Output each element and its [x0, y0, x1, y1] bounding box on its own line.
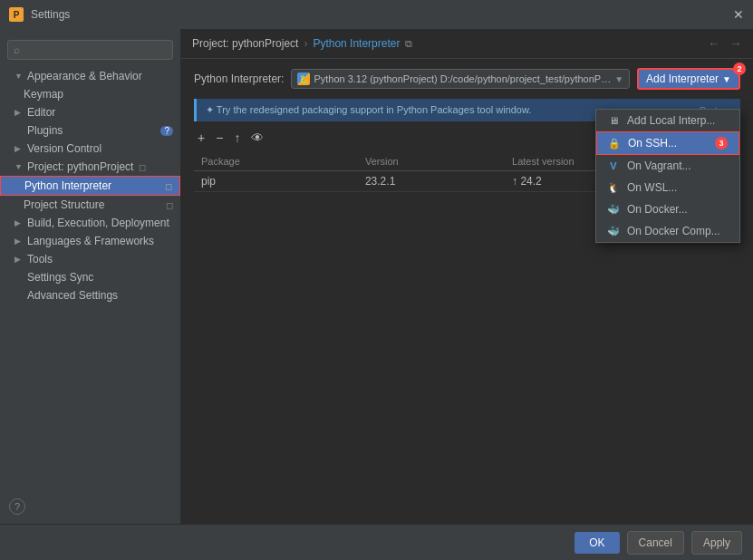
col-package: Package [194, 152, 358, 171]
content-area: Project: pythonProject › Python Interpre… [181, 29, 753, 524]
dropdown-item-add-local[interactable]: 🖥 Add Local Interp... [596, 110, 739, 131]
bottom-bar: OK Cancel Apply [0, 524, 753, 560]
expand-arrow: ▶ [14, 255, 24, 264]
sidebar-item-label: Tools [27, 253, 53, 266]
sidebar-item-label: Languages & Frameworks [27, 235, 154, 247]
nav-forward-button[interactable]: → [729, 36, 742, 51]
expand-arrow: ▶ [14, 237, 24, 246]
sidebar: ⌕ ▼ Appearance & Behavior Keymap ▶ Edito… [0, 29, 181, 524]
vagrant-icon: V [607, 159, 620, 172]
step-badge-3: 3 [715, 137, 728, 150]
ok-button[interactable]: OK [574, 532, 619, 554]
docker-comp-icon: 🐳 [607, 225, 620, 237]
app-icon: P [9, 7, 24, 22]
sidebar-item-editor[interactable]: ▶ Editor [0, 103, 180, 121]
interpreter-select[interactable]: 🐍 Python 3.12 (pythonProject) D:/code/py… [291, 69, 630, 89]
sidebar-item-label: Python Interpreter [24, 179, 111, 192]
close-button[interactable]: ✕ [733, 7, 744, 22]
dropdown-item-on-docker-comp[interactable]: 🐳 On Docker Comp... [596, 220, 739, 242]
sidebar-search-box[interactable]: ⌕ [7, 40, 173, 60]
sidebar-item-python-interpreter[interactable]: Python Interpreter ◻ [0, 176, 180, 196]
plugins-badge: ? [160, 126, 173, 136]
sidebar-item-tools[interactable]: ▶ Tools [0, 250, 180, 268]
dropdown-item-on-docker[interactable]: 🐳 On Docker... [596, 198, 739, 220]
sidebar-item-label: Keymap [24, 88, 63, 101]
sidebar-item-appearance[interactable]: ▼ Appearance & Behavior [0, 67, 180, 85]
dropdown-item-on-ssh[interactable]: 🔒 On SSH... 3 [596, 131, 739, 155]
titlebar-left: P Settings [9, 7, 70, 22]
dropdown-item-label: Add Local Interp... [627, 114, 715, 127]
step-badge-2: 2 [733, 63, 746, 75]
project-icon: ◻ [139, 162, 146, 172]
dropdown-item-label: On SSH... [628, 137, 677, 150]
package-version: 23.2.1 [358, 171, 505, 192]
wsl-icon: 🐧 [607, 181, 620, 194]
expand-arrow: ▼ [14, 72, 24, 81]
interpreter-dropdown-arrow: ▼ [614, 74, 623, 84]
expand-arrow: ▶ [14, 218, 24, 227]
show-details-button[interactable]: 👁 [247, 129, 267, 147]
remove-package-button[interactable]: − [212, 129, 227, 147]
sidebar-item-languages[interactable]: ▶ Languages & Frameworks [0, 232, 180, 250]
add-package-button[interactable]: + [194, 129, 208, 147]
sidebar-item-build[interactable]: ▶ Build, Execution, Deployment [0, 214, 180, 232]
python-icon: 🐍 [297, 72, 310, 85]
expand-arrow: ▼ [14, 162, 24, 171]
dropdown-item-label: On Docker... [627, 203, 688, 216]
sidebar-item-label: Plugins [27, 124, 63, 137]
sidebar-item-label: Settings Sync [27, 271, 93, 284]
expand-arrow: ▶ [14, 144, 24, 153]
cancel-button[interactable]: Cancel [627, 531, 684, 555]
nav-back-button[interactable]: ← [708, 36, 720, 51]
interpreter-label: Python Interpreter: [194, 72, 284, 85]
breadcrumb-icon: ⧉ [405, 38, 412, 50]
chevron-down-icon: ▼ [722, 74, 731, 84]
dropdown-item-label: On Docker Comp... [627, 225, 720, 237]
ssh-icon: 🔒 [608, 137, 621, 150]
dropdown-item-label: On Vagrant... [627, 159, 690, 172]
breadcrumb: Project: pythonProject › Python Interpre… [181, 29, 753, 59]
sidebar-item-keymap[interactable]: Keymap [0, 85, 180, 103]
breadcrumb-current: Python Interpreter [313, 37, 400, 50]
sidebar-item-settings-sync[interactable]: ▶ Settings Sync [0, 268, 180, 286]
sidebar-item-label: Version Control [27, 142, 101, 155]
titlebar: P Settings ✕ [0, 0, 753, 29]
sidebar-item-plugins[interactable]: ▶ Plugins ? [0, 121, 180, 140]
sidebar-item-label: Appearance & Behavior [27, 70, 142, 82]
local-icon: 🖥 [607, 114, 620, 127]
search-icon: ⌕ [14, 43, 20, 56]
expand-arrow: ▶ [14, 108, 24, 117]
sidebar-item-label: Build, Execution, Deployment [27, 217, 169, 229]
add-interpreter-label: Add Interpreter [646, 72, 719, 85]
search-input[interactable] [24, 43, 167, 56]
sidebar-item-label: Project: pythonProject [27, 160, 133, 173]
breadcrumb-project: Project: pythonProject [192, 37, 298, 50]
sidebar-item-label: Project Structure [24, 198, 104, 211]
package-name: pip [194, 171, 358, 192]
info-text: ✦ Try the redesigned packaging support i… [206, 104, 531, 116]
structure-icon: ◻ [166, 200, 173, 210]
titlebar-title: Settings [31, 8, 70, 21]
col-version: Version [358, 152, 505, 171]
dropdown-item-on-wsl[interactable]: 🐧 On WSL... [596, 177, 739, 198]
help-button[interactable]: ? [9, 498, 25, 515]
sidebar-item-label: Editor [27, 106, 55, 119]
dropdown-item-label: On WSL... [627, 181, 677, 194]
interpreter-row: Python Interpreter: 🐍 Python 3.12 (pytho… [194, 68, 740, 90]
sidebar-item-label: Advanced Settings [27, 289, 118, 302]
add-interpreter-dropdown: 🖥 Add Local Interp... 🔒 On SSH... 3 V On… [595, 109, 740, 243]
breadcrumb-sep: › [304, 37, 307, 50]
apply-button[interactable]: Apply [691, 531, 742, 555]
docker-icon: 🐳 [607, 203, 620, 216]
dropdown-item-on-vagrant[interactable]: V On Vagrant... [596, 155, 739, 177]
upgrade-package-button[interactable]: ↑ [230, 129, 244, 147]
sidebar-item-version-control[interactable]: ▶ Version Control [0, 140, 180, 158]
add-interpreter-button[interactable]: Add Interpreter ▼ 2 [637, 68, 740, 90]
interpreter-path: Python 3.12 (pythonProject) D:/code/pyth… [314, 73, 611, 84]
sidebar-item-advanced-settings[interactable]: ▶ Advanced Settings [0, 286, 180, 304]
sidebar-item-project-structure[interactable]: Project Structure ◻ [0, 196, 180, 214]
sidebar-item-project[interactable]: ▼ Project: pythonProject ◻ [0, 158, 180, 176]
edit-icon: ◻ [165, 181, 172, 191]
